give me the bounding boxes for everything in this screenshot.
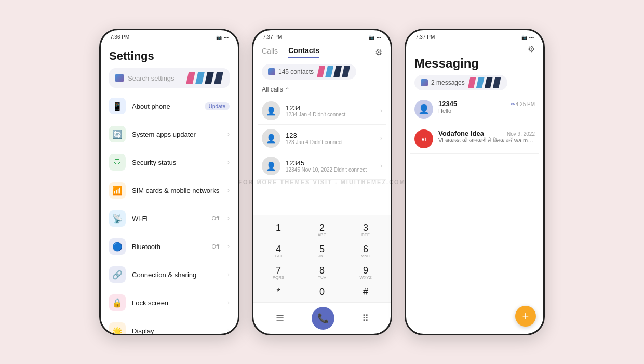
settings-header: Settings Search settings — [101, 42, 238, 92]
call-item-12345[interactable]: 👤 12345 12345 Nov 10, 2022 Didn't connec… — [258, 152, 386, 180]
msg-time-vi: Nov 9, 2022 — [507, 131, 535, 137]
wifi-chevron: › — [227, 215, 230, 222]
settings-item-bt[interactable]: 🔵 Bluetooth Off › — [103, 232, 236, 261]
messaging-header: ⚙ — [406, 42, 543, 54]
filter-label: All calls — [262, 86, 283, 93]
dial-key-7[interactable]: 7PQRS — [258, 263, 299, 282]
lock-chevron: › — [227, 299, 230, 306]
msg-badge: 2 messages — [414, 75, 507, 90]
tab-calls[interactable]: Calls — [262, 47, 278, 57]
call-info-1234: 1234 1234 Jan 4 Didn't connect — [286, 104, 375, 118]
call-sub-12345: 12345 Nov 10, 2022 Didn't connect — [286, 167, 375, 173]
bt-label: Bluetooth — [132, 243, 206, 251]
about-label: About phone — [132, 102, 198, 110]
compose-fab[interactable]: + — [515, 306, 536, 327]
filter-row[interactable]: All calls ⌃ — [253, 84, 391, 97]
call-name-12345: 12345 — [286, 159, 375, 167]
msg-top-vi: Vodafone Idea Nov 9, 2022 — [438, 129, 535, 137]
call-avatar-123: 👤 — [262, 129, 280, 148]
msg-name-vi: Vodafone Idea — [438, 129, 484, 137]
calls-content: Calls Contacts ⚙ 145 contacts All calls … — [253, 42, 391, 334]
call-chevron-12345: › — [380, 162, 382, 170]
dial-key-6[interactable]: 6MNO — [345, 242, 386, 261]
bt-chevron: › — [227, 243, 230, 250]
dial-key-2[interactable]: 2ABC — [301, 220, 343, 240]
settings-item-security[interactable]: 🛡 Security status › — [103, 148, 236, 176]
sim-chevron: › — [227, 187, 230, 194]
contacts-gear-icon[interactable]: ⚙ — [375, 47, 382, 57]
call-avatar-12345: 👤 — [262, 157, 280, 175]
messaging-gear-icon[interactable]: ⚙ — [528, 44, 535, 54]
dial-key-hash[interactable]: # — [345, 284, 386, 299]
msg-deco — [468, 77, 501, 88]
msg-item-vodafone[interactable]: vi Vodafone Idea Nov 9, 2022 Vi अकाउंट क… — [410, 124, 539, 154]
status-icons-2: 📷 ▪▪▪ — [369, 35, 381, 40]
conn-icon: 🔗 — [109, 266, 126, 283]
messaging-title: Messaging — [406, 54, 543, 75]
time-1: 7:36 PM — [110, 34, 129, 40]
dial-key-4[interactable]: 4GHI — [258, 242, 299, 261]
display-chevron: › — [227, 327, 230, 334]
call-item-1234[interactable]: 👤 1234 1234 Jan 4 Didn't connect › — [258, 97, 386, 125]
security-chevron: › — [227, 159, 230, 166]
call-sub-123: 123 Jan 4 Didn't connect — [286, 139, 375, 145]
status-bar-1: 7:36 PM 📷 ▪▪▪ — [101, 30, 238, 42]
dial-key-5[interactable]: 5JKL — [301, 242, 343, 261]
calls-list: 👤 1234 1234 Jan 4 Didn't connect › 👤 123… — [253, 97, 391, 215]
search-deco — [186, 72, 223, 84]
settings-item-lock[interactable]: 🔒 Lock screen › — [103, 289, 236, 317]
status-bar-3: 7:37 PM 📷 ▪▪▪ — [406, 30, 543, 42]
sysapps-chevron: › — [227, 131, 230, 138]
wifi-icon: 📡 — [109, 210, 126, 227]
call-button[interactable]: 📞 — [312, 307, 334, 330]
phone2-bottom-bar: ☰ 📞 ⠿ — [253, 302, 391, 334]
msg-time-12345: ✏4:25 PM — [511, 101, 535, 107]
settings-item-conn[interactable]: 🔗 Connection & sharing › — [103, 261, 236, 289]
dial-key-0[interactable]: 0 — [301, 284, 343, 299]
msg-item-12345[interactable]: 👤 12345 ✏4:25 PM Hello — [410, 95, 539, 124]
dialpad: 1 2ABC 3DEF 4GHI 5JKL 6MNO 7PQRS 8TUV 9W… — [253, 215, 391, 302]
display-icon: 🌟 — [109, 322, 126, 334]
bt-icon: 🔵 — [109, 238, 126, 255]
dial-key-9[interactable]: 9WXYZ — [345, 263, 386, 282]
dial-key-8[interactable]: 8TUV — [301, 263, 343, 282]
dial-key-1[interactable]: 1 — [258, 220, 299, 240]
conn-label: Connection & sharing — [132, 271, 221, 279]
contacts-badge-icon — [268, 68, 275, 75]
call-sub-1234: 1234 Jan 4 Didn't connect — [286, 112, 375, 118]
dial-key-3[interactable]: 3DEF — [345, 220, 386, 240]
call-item-123[interactable]: 👤 123 123 Jan 4 Didn't connect › — [258, 125, 386, 152]
settings-item-wifi[interactable]: 📡 Wi-Fi Off › — [103, 204, 236, 232]
about-icon: 📱 — [109, 98, 126, 114]
phone2-calls: 7:37 PM 📷 ▪▪▪ Calls Contacts ⚙ 145 conta… — [252, 29, 392, 335]
settings-item-sysapps[interactable]: 🔄 System apps updater › — [103, 120, 236, 148]
lock-icon: 🔒 — [109, 294, 126, 311]
tab-bar: Calls Contacts ⚙ — [253, 42, 391, 62]
time-3: 7:37 PM — [415, 34, 435, 40]
msg-avatar-12345: 👤 — [414, 100, 433, 119]
search-icon — [115, 74, 124, 82]
call-avatar-1234: 👤 — [262, 101, 280, 120]
pencil-icon: ✏ — [511, 101, 515, 107]
dial-key-star[interactable]: * — [258, 284, 299, 299]
sim-icon: 📶 — [109, 182, 126, 199]
msg-body-vi: Vodafone Idea Nov 9, 2022 Vi अकाउंट की ज… — [438, 129, 535, 144]
messages-list: 👤 12345 ✏4:25 PM Hello vi Vodafone Idea … — [406, 95, 543, 334]
menu-icon[interactable]: ☰ — [276, 313, 284, 324]
search-bar[interactable]: Search settings — [109, 68, 230, 88]
wifi-label: Wi-Fi — [132, 215, 206, 223]
msg-count: 2 messages — [431, 79, 465, 86]
tab-contacts[interactable]: Contacts — [288, 46, 319, 58]
display-label: Display — [132, 327, 221, 334]
settings-item-sim[interactable]: 📶 SIM cards & mobile networks › — [103, 176, 236, 204]
contacts-header: 145 contacts — [253, 62, 391, 84]
msg-badge-row: 2 messages — [406, 75, 543, 95]
settings-content: Settings Search settings 📱 About phone U… — [101, 42, 238, 334]
settings-item-about[interactable]: 📱 About phone Update — [103, 92, 236, 120]
settings-item-display[interactable]: 🌟 Display › — [103, 317, 236, 334]
phone3-messaging: 7:37 PM 📷 ▪▪▪ ⚙ Messaging 2 messages — [405, 29, 545, 335]
call-chevron-1234: › — [380, 107, 382, 114]
sim-label: SIM cards & mobile networks — [132, 187, 221, 194]
conn-chevron: › — [227, 271, 230, 278]
keypad-icon[interactable]: ⠿ — [362, 313, 369, 324]
